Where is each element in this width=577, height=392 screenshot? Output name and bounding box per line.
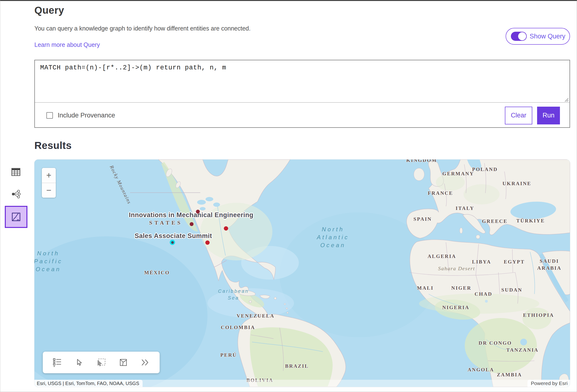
map-view-icon: [11, 212, 21, 222]
select-by-rectangle-button[interactable]: [96, 357, 107, 368]
results-title: Results: [34, 140, 72, 151]
toolbar-expand-button[interactable]: [140, 357, 150, 368]
resize-grip-icon[interactable]: [564, 97, 569, 102]
select-rectangle-icon: [96, 358, 106, 367]
zoom-out-button[interactable]: −: [42, 183, 56, 198]
query-page: Query You can query a knowledge graph to…: [0, 0, 577, 392]
query-footer: Include Provenance Clear Run: [35, 103, 570, 128]
toggle-knob: [518, 32, 526, 40]
table-icon: [11, 168, 20, 176]
learn-more-link[interactable]: Learn more about Query: [34, 41, 100, 48]
query-editor-panel: MATCH path=(n)-[r*..2]->(m) return path,…: [34, 60, 570, 128]
link-chart-icon: [11, 190, 21, 198]
results-map[interactable]: KINGDOM POLAND GERMANY UKRAINE FRANCE IT…: [34, 160, 570, 387]
attribution-sources: Esri, USGS | Esri, TomTom, FAO, NOAA, US…: [34, 380, 143, 387]
sidebar-item-link-chart-view[interactable]: [11, 190, 21, 199]
legend-icon: [53, 358, 62, 367]
run-button[interactable]: Run: [537, 107, 560, 124]
include-provenance-label: Include Provenance: [58, 112, 115, 119]
page-title: Query: [34, 4, 64, 16]
show-query-toggle[interactable]: Show Query: [505, 28, 570, 45]
toggle-switch-on[interactable]: [511, 32, 527, 41]
map-zoom-control: + −: [42, 168, 56, 198]
double-chevron-right-icon: [141, 359, 149, 366]
map-toolbar: [43, 352, 160, 373]
result-point[interactable]: [190, 222, 194, 226]
include-provenance-checkbox[interactable]: [46, 112, 53, 119]
page-description: You can query a knowledge graph to ident…: [34, 25, 251, 32]
sidebar-item-map-view-selected[interactable]: [5, 206, 27, 228]
result-point[interactable]: [224, 226, 228, 230]
zoom-in-button[interactable]: +: [42, 168, 56, 183]
show-query-label: Show Query: [530, 33, 566, 40]
selected-point-center: [171, 241, 174, 244]
select-polygon-icon: [119, 358, 127, 366]
select-by-polygon-button[interactable]: [118, 357, 129, 368]
result-point[interactable]: [205, 240, 210, 245]
pointer-tool-button[interactable]: [74, 357, 84, 368]
powered-by-esri: Powered by Esri: [528, 380, 570, 387]
pointer-cursor-icon: [75, 358, 83, 366]
result-point[interactable]: [196, 210, 200, 214]
result-point-selected[interactable]: [170, 240, 175, 245]
legend-button[interactable]: [52, 357, 63, 368]
clear-button[interactable]: Clear: [505, 107, 532, 124]
sidebar-item-table-view[interactable]: [11, 168, 20, 177]
query-input[interactable]: MATCH path=(n)-[r*..2]->(m) return path,…: [35, 60, 570, 102]
